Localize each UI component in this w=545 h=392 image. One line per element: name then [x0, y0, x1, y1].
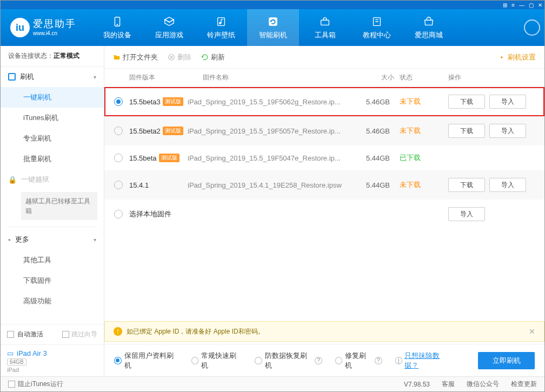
refresh-icon: [201, 54, 209, 61]
footer-link-support[interactable]: 客服: [442, 380, 455, 389]
titlebar-close-icon[interactable]: ✕: [538, 2, 542, 8]
flash-option[interactable]: 修复刷机?: [335, 351, 382, 370]
firmware-table-header: 固件版本 固件名称 大小 状态 操作: [104, 69, 544, 87]
footer-link-wechat[interactable]: 微信公众号: [467, 380, 499, 389]
titlebar-list-icon[interactable]: ≡: [511, 2, 515, 8]
refresh-icon: [267, 15, 280, 28]
nav-shop[interactable]: 爱思商城: [403, 9, 455, 46]
fw-filename: iPad_Spring_2019_15.4.1_19E258_Restore.i…: [188, 181, 356, 189]
titlebar-min-icon[interactable]: —: [519, 2, 524, 8]
fw-download-button[interactable]: 下载: [448, 95, 485, 109]
fw-version: 15.5beta测试版: [129, 154, 188, 162]
nav-toolbox[interactable]: 工具箱: [299, 9, 351, 46]
flash-head-label: 刷机: [20, 72, 34, 82]
help-icon[interactable]: ?: [375, 357, 382, 364]
block-itunes-checkbox[interactable]: [8, 381, 15, 388]
firmware-radio[interactable]: [114, 127, 123, 135]
info-icon: i: [395, 357, 403, 364]
skip-guide-checkbox[interactable]: [62, 331, 69, 338]
device-capacity: 64GB: [7, 358, 26, 366]
sidebar-item-advanced[interactable]: 高级功能: [1, 291, 104, 311]
nav-music[interactable]: 铃声壁纸: [195, 9, 247, 46]
nav-apps[interactable]: 应用游戏: [143, 9, 195, 46]
firmware-radio[interactable]: [114, 97, 123, 106]
radio-icon: [255, 357, 262, 364]
fw-size: 5.44GB: [356, 181, 400, 189]
fw-version: 15.4.1: [129, 181, 188, 189]
content-area: 打开文件夹 删除 刷新 刷机设置 固件版本 固件名称 大小 状态 操作: [104, 46, 544, 376]
fw-filename: iPad_Spring_2019_15.5_19F5047e_Restore.i…: [188, 154, 356, 162]
firmware-radio[interactable]: [114, 181, 123, 189]
firmware-row[interactable]: 15.5beta3测试版iPad_Spring_2019_15.5_19F506…: [104, 87, 544, 116]
delete-icon: [168, 54, 175, 61]
fw-size: 5.44GB: [356, 154, 400, 162]
device-type: iPad: [7, 367, 97, 373]
help-icon[interactable]: ?: [315, 357, 322, 364]
col-size: 大小: [356, 73, 400, 82]
firmware-row[interactable]: 15.5beta2测试版iPad_Spring_2019_15.5_19F505…: [104, 116, 544, 145]
titlebar-max-icon[interactable]: ▢: [529, 2, 534, 8]
open-folder-button[interactable]: 打开文件夹: [113, 52, 158, 62]
nav-phone[interactable]: 我的设备: [91, 9, 143, 46]
sidebar-item-other-tools[interactable]: 其他工具: [1, 250, 104, 270]
footer-link-update[interactable]: 检查更新: [511, 380, 537, 389]
sidebar-item-one-key-flash[interactable]: 一键刷机: [1, 87, 104, 108]
warning-text: 如已绑定 Apple ID，请准备好 Apple ID和密码。: [127, 327, 264, 336]
fw-download-button[interactable]: 下载: [448, 124, 485, 138]
chevron-down-icon: ▾: [94, 237, 96, 243]
refresh-button[interactable]: 刷新: [201, 52, 225, 62]
device-panel[interactable]: ▭iPad Air 3 64GB iPad: [1, 344, 104, 376]
fw-import-button[interactable]: 导入: [448, 207, 485, 221]
fw-version: 15.5beta2测试版: [129, 127, 188, 135]
flash-icon: [8, 73, 16, 81]
sidebar-head-jailbreak: 🔒 一键越狱: [1, 169, 104, 190]
erase-data-link[interactable]: i 只想抹除数据？: [395, 351, 453, 370]
fw-import-button[interactable]: 导入: [489, 124, 526, 138]
fw-status: 未下载: [400, 97, 448, 107]
close-warning-icon[interactable]: ✕: [529, 327, 535, 336]
firmware-row[interactable]: 15.5beta测试版iPad_Spring_2019_15.5_19F5047…: [104, 145, 544, 170]
fw-status: 已下载: [400, 153, 448, 163]
nav-refresh[interactable]: 智能刷机: [247, 9, 299, 46]
download-manager-button[interactable]: [524, 19, 540, 36]
fw-import-button[interactable]: 导入: [489, 95, 526, 109]
firmware-radio[interactable]: [114, 210, 123, 218]
flash-option[interactable]: 常规快速刷机: [191, 351, 242, 370]
fw-filename: iPad_Spring_2019_15.5_19F5057e_Restore.i…: [188, 127, 356, 135]
more-head-label: 更多: [15, 235, 29, 244]
skip-guide-label: 跳过向导: [71, 330, 97, 339]
firmware-radio[interactable]: [114, 154, 123, 162]
col-name: 固件名称: [203, 73, 356, 82]
toolbox-icon: [318, 15, 331, 28]
fw-filename: iPad_Spring_2019_15.5_19F5062g_Restore.i…: [188, 98, 356, 106]
sidebar-head-flash[interactable]: 刷机 ▾: [1, 67, 104, 87]
fw-import-button[interactable]: 导入: [489, 178, 526, 192]
sidebar-item-pro-flash[interactable]: 专业刷机: [1, 128, 104, 149]
fw-actions: 下载导入: [448, 178, 535, 192]
sidebar-item-itunes-flash[interactable]: iTunes刷机: [1, 108, 104, 128]
flash-settings-button[interactable]: 刷机设置: [498, 52, 536, 62]
block-itunes-label: 阻止iTunes运行: [18, 380, 63, 389]
jailbreak-moved-note: 越狱工具已转移至工具箱: [21, 192, 97, 220]
col-status: 状态: [400, 73, 448, 82]
warning-icon: !: [114, 327, 122, 336]
sidebar-item-download-fw[interactable]: 下载固件: [1, 270, 104, 291]
firmware-row[interactable]: 选择本地固件导入: [104, 200, 544, 229]
sidebar-head-more[interactable]: ▪ 更多 ▾: [1, 229, 104, 250]
sidebar-item-batch-flash[interactable]: 批量刷机: [1, 149, 104, 169]
flash-option[interactable]: 保留用户资料刷机: [114, 351, 178, 370]
chevron-down-icon: ▾: [94, 74, 96, 80]
logo-title: 爱思助手: [33, 18, 76, 30]
auto-activate-checkbox[interactable]: [7, 331, 14, 338]
col-action: 操作: [448, 73, 535, 82]
firmware-row[interactable]: 15.4.1iPad_Spring_2019_15.4.1_19E258_Res…: [104, 170, 544, 200]
flash-now-button[interactable]: 立即刷机: [478, 352, 535, 369]
lock-icon: 🔒: [8, 176, 17, 184]
fw-actions: 导入: [448, 207, 535, 221]
flash-option[interactable]: 防数据恢复刷机?: [255, 351, 322, 370]
nav-book[interactable]: 教程中心: [351, 9, 403, 46]
phone-icon: [111, 15, 124, 28]
radio-icon: [191, 357, 199, 364]
fw-download-button[interactable]: 下载: [448, 178, 485, 192]
titlebar-grid-icon[interactable]: ⊞: [503, 2, 507, 8]
